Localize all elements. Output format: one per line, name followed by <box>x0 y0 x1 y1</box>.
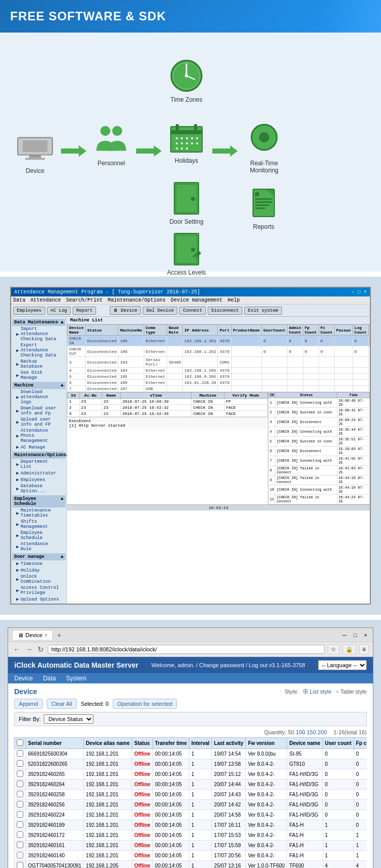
url-bar[interactable] <box>48 645 325 654</box>
table-style-btn[interactable]: ○ Table style <box>336 689 367 695</box>
event-table-row[interactable]: 323232018-07-25 16:42:36CHECK INFACE <box>68 411 268 417</box>
sidebar-access[interactable]: ▶Access Control Privilege <box>12 585 66 596</box>
sidebar-section-maint[interactable]: Maintenance/Options ▲ <box>12 452 66 459</box>
menu-maintenance[interactable]: Maintenance/Options <box>108 297 166 303</box>
sidebar-unlock[interactable]: ▶Unlock Combination <box>12 574 66 585</box>
sidebar-dl-logs[interactable]: ▶Download attendance logs <box>12 389 66 405</box>
shield-btn[interactable]: 🔒 <box>342 644 356 654</box>
btn-report[interactable]: Report <box>73 307 96 315</box>
browser-tab-device[interactable]: 🖥 Device × <box>12 630 53 640</box>
att-menubar[interactable]: Data Attendance Search/Print Maintenance… <box>11 296 370 305</box>
list-item[interactable]: 3929182460172192.168.1.201Offline00:00:1… <box>15 830 367 841</box>
menu-attendance[interactable]: Attendance <box>30 297 61 303</box>
nav-data[interactable]: Data <box>43 675 56 682</box>
device-table-wrapper[interactable]: Serial number Device alias name Status T… <box>14 737 367 868</box>
btn-device[interactable]: 🖥 Device <box>110 306 141 315</box>
clear-all-btn[interactable]: Clear All <box>47 699 77 709</box>
list-item[interactable]: 3929182460161192.168.1.201Offline00:00:1… <box>15 841 367 851</box>
sidebar-photo[interactable]: ▶Attendance Photo Management <box>12 428 66 444</box>
sidebar-backup[interactable]: ▶Backup Database <box>12 358 66 370</box>
nav-device[interactable]: Device <box>14 675 33 682</box>
row-checkbox[interactable] <box>17 760 23 767</box>
menu-btn[interactable]: ≡ <box>359 644 369 654</box>
btn-exit[interactable]: Exit system <box>244 307 281 315</box>
refresh-btn[interactable]: ↻ <box>37 645 45 653</box>
sidebar-ul-user[interactable]: ▶Upload user info and FP <box>12 416 66 428</box>
sidebar-ac[interactable]: ▶AC Manage <box>12 444 66 451</box>
row-checkbox[interactable] <box>17 811 23 818</box>
list-item[interactable]: 66691825600304192.168.1.201Offline00:00:… <box>15 749 367 759</box>
machine-table-wrapper[interactable]: Device Name Status MachineNo Comm type B… <box>67 324 370 392</box>
quantity-200[interactable]: 200 <box>318 729 327 735</box>
sidebar-section-door[interactable]: Door manage ▲ <box>12 553 66 560</box>
row-checkbox[interactable] <box>17 862 23 868</box>
list-item[interactable]: OGT704005704130081192.168.1.205Offline00… <box>15 861 367 869</box>
sidebar-employees[interactable]: ▶Employees <box>12 476 66 483</box>
machine-table-row[interactable]: CHECK INDisconnected108Ethernet192.168.1… <box>68 336 370 346</box>
list-item[interactable]: 3929182460140192.168.1.201Offline00:00:1… <box>15 851 367 861</box>
machine-table-row[interactable]: 5Disconnected105Ethernet192.168.0.205437… <box>68 374 370 380</box>
machine-table-row[interactable]: CHECK CUTDisconnected109Ethernet192.168.… <box>68 346 370 357</box>
sidebar-dbopt[interactable]: ▶Database Option... <box>12 483 66 494</box>
btn-del-device[interactable]: Del Device <box>143 307 177 315</box>
maximize-btn[interactable]: □ <box>354 632 357 638</box>
row-checkbox[interactable] <box>17 852 23 858</box>
sidebar-holiday[interactable]: ▶Holiday <box>12 567 66 574</box>
sidebar-admin[interactable]: ▶Administrator <box>12 470 66 476</box>
list-style-btn[interactable]: ⦿ List style <box>303 689 332 695</box>
list-item[interactable]: 3929182460265192.168.1.201Offline00:00:1… <box>15 769 367 780</box>
sidebar-timezone[interactable]: ▶Timezone <box>12 560 66 567</box>
sidebar-dept[interactable]: ▶Department List <box>12 459 66 470</box>
sidebar-section-empsch[interactable]: Employee Schedule ▲ <box>12 495 66 507</box>
row-checkbox[interactable] <box>17 770 23 777</box>
sidebar-shifts[interactable]: ▶Shifts Management <box>12 519 66 530</box>
sidebar-section-machine[interactable]: Machine ▲ <box>12 382 66 389</box>
machine-table-row[interactable]: 6Disconnected106Ethernet101.81.228.39437… <box>68 380 370 386</box>
close-btn[interactable]: × <box>364 632 367 638</box>
machine-table-row[interactable]: 4Disconnected104Ethernet192.168.1.205437… <box>68 368 370 374</box>
btn-aclog[interactable]: AC Log <box>47 307 71 315</box>
back-btn[interactable]: ← <box>12 645 21 653</box>
sidebar-attrule[interactable]: ▶Attendance Rule <box>12 541 66 552</box>
row-checkbox[interactable] <box>17 821 23 828</box>
menu-help[interactable]: Help <box>228 297 240 303</box>
list-item[interactable]: 3929182460256192.168.1.201Offline00:00:1… <box>15 800 367 810</box>
sidebar-timetables[interactable]: ▶Maintenance Timetables <box>12 507 66 519</box>
event-table-row[interactable]: 123232018-07-25 16:08:39CHECK INFP <box>68 399 268 405</box>
menu-data[interactable]: Data <box>13 297 25 303</box>
minimize-btn[interactable]: ─ <box>342 632 346 638</box>
machine-table-row[interactable]: 3Disconnected103Serial Port/38400COM2 <box>68 357 370 368</box>
btn-employees[interactable]: Employees <box>13 307 45 315</box>
sidebar-export[interactable]: ▶Export Attendance Checking Data <box>12 342 66 358</box>
quantity-100[interactable]: 100 <box>296 729 305 735</box>
row-checkbox[interactable] <box>17 831 23 838</box>
sidebar-upload[interactable]: ▶Upload Options <box>12 596 66 603</box>
sidebar-empschedule[interactable]: ▶Employee Schedule <box>12 530 66 541</box>
row-checkbox[interactable] <box>17 842 23 848</box>
operation-btn[interactable]: Operation for selected <box>113 699 177 709</box>
row-checkbox[interactable] <box>17 791 23 797</box>
machine-table-row[interactable]: 7Disconnected107USB3204 <box>68 386 370 392</box>
list-item[interactable]: 52031822600265192.168.1.201Offline00:00:… <box>15 759 367 769</box>
star-btn[interactable]: ☆ <box>328 644 339 654</box>
forward-btn[interactable]: → <box>24 645 34 653</box>
nav-system[interactable]: System <box>66 675 86 682</box>
sidebar-section-data[interactable]: Data Maintenance ▲ <box>12 319 66 326</box>
sidebar-dl-user[interactable]: ▶Download user info and Fp <box>12 405 66 416</box>
event-table-row[interactable]: 223232018-07-25 16:42:32CHECK INFACE <box>68 405 268 411</box>
quantity-150[interactable]: 150 <box>307 729 316 735</box>
new-tab-btn[interactable]: + <box>57 631 61 639</box>
att-window-controls[interactable]: - □ × <box>352 289 367 295</box>
menu-search[interactable]: Search/Print <box>66 297 103 303</box>
row-checkbox[interactable] <box>17 781 23 787</box>
tab-close-btn[interactable]: × <box>45 633 48 638</box>
row-checkbox[interactable] <box>17 750 23 757</box>
list-item[interactable]: 3929182460224192.168.1.201Offline00:00:1… <box>15 810 367 820</box>
list-item[interactable]: 3929182460258192.168.1.201Offline00:00:1… <box>15 790 367 800</box>
btn-disconnect[interactable]: Disconnect <box>208 307 242 315</box>
filter-select[interactable]: Device Status <box>44 714 93 724</box>
sidebar-import[interactable]: ▶Import Attendance Checking Data <box>12 326 66 342</box>
append-btn[interactable]: Append <box>14 699 43 709</box>
list-item[interactable]: 3929182460264192.168.1.201Offline00:00:1… <box>15 780 367 790</box>
menu-device[interactable]: Device management <box>171 297 223 303</box>
